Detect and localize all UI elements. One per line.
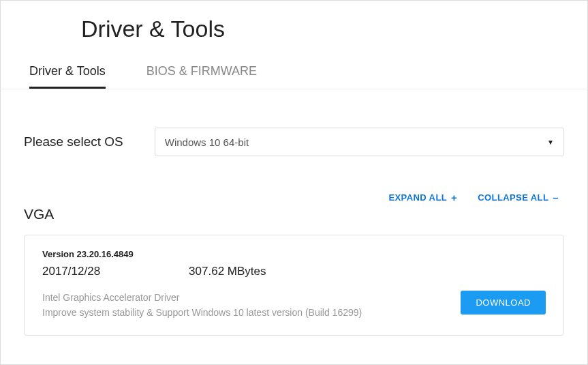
driver-card: Version 23.20.16.4849 2017/12/28 307.62 …: [24, 235, 564, 336]
tab-bios-firmware[interactable]: BIOS & FIRMWARE: [146, 64, 257, 89]
tab-driver-tools[interactable]: Driver & Tools: [29, 64, 106, 89]
tabs: Driver & Tools BIOS & FIRMWARE: [1, 42, 587, 89]
driver-description: Intel Graphics Accelerator Driver Improv…: [42, 291, 447, 320]
collapse-all-button[interactable]: COLLAPSE ALL –: [478, 192, 559, 203]
plus-icon: +: [451, 192, 457, 203]
section-title: VGA: [24, 206, 564, 222]
minus-icon: –: [553, 192, 559, 203]
page-title: Driver & Tools: [1, 1, 587, 42]
expand-all-label: EXPAND ALL: [388, 192, 447, 203]
expand-all-button[interactable]: EXPAND ALL +: [388, 192, 457, 203]
driver-date: 2017/12/28: [42, 265, 100, 278]
os-select-label: Please select OS: [24, 134, 123, 149]
download-button[interactable]: DOWNLOAD: [461, 291, 546, 315]
os-select-value: Windows 10 64-bit: [165, 136, 249, 148]
caret-down-icon: ▼: [547, 138, 554, 146]
driver-size: 307.62 MBytes: [189, 265, 266, 278]
collapse-all-label: COLLAPSE ALL: [478, 192, 548, 203]
driver-version: Version 23.20.16.4849: [42, 249, 266, 259]
os-select[interactable]: Windows 10 64-bit ▼: [155, 128, 564, 156]
